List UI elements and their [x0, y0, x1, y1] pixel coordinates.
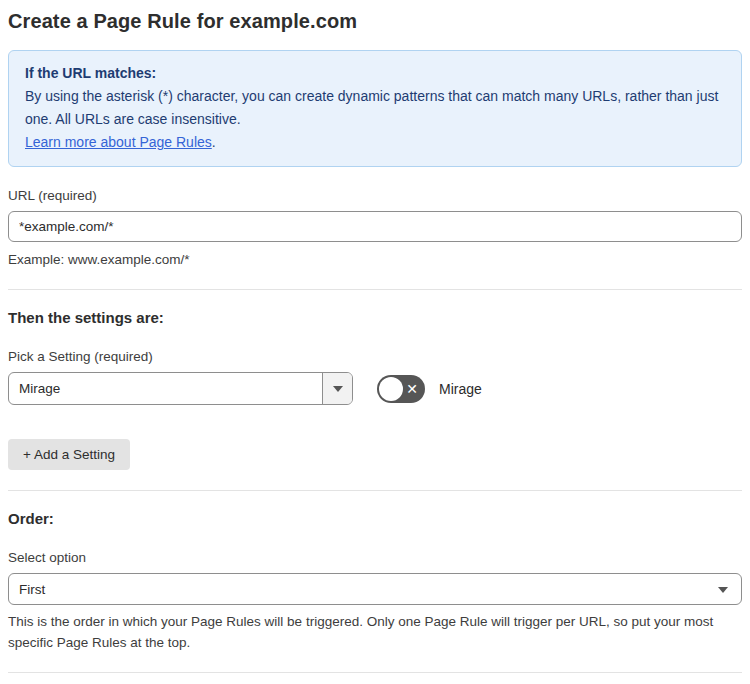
url-match-info-box: If the URL matches: By using the asteris…	[8, 50, 742, 167]
order-section-heading: Order:	[8, 510, 742, 527]
page-title: Create a Page Rule for example.com	[8, 10, 742, 33]
learn-more-link[interactable]: Learn more about Page Rules	[25, 134, 212, 150]
toggle-off-x-icon: ✕	[406, 375, 418, 403]
info-box-heading: If the URL matches:	[25, 62, 725, 85]
mirage-toggle-group: ✕ Mirage	[377, 375, 482, 403]
chevron-down-icon	[333, 386, 343, 392]
link-period: .	[212, 134, 216, 150]
url-field-label: URL (required)	[8, 188, 742, 203]
mirage-toggle[interactable]: ✕	[377, 375, 425, 403]
url-input[interactable]	[8, 211, 742, 242]
setting-row: Mirage ✕ Mirage	[8, 372, 742, 405]
divider	[8, 490, 742, 491]
setting-select-value: Mirage	[9, 373, 322, 404]
order-select-value: First	[19, 582, 45, 597]
divider	[8, 672, 742, 673]
settings-section-heading: Then the settings are:	[8, 309, 742, 326]
pick-setting-label: Pick a Setting (required)	[8, 349, 742, 364]
order-select[interactable]: First	[8, 573, 742, 605]
url-example-helper: Example: www.example.com/*	[8, 249, 742, 270]
order-select-label: Select option	[8, 550, 742, 565]
setting-select[interactable]: Mirage	[8, 372, 353, 405]
info-box-body-text: By using the asterisk (*) character, you…	[25, 88, 718, 127]
info-box-body: By using the asterisk (*) character, you…	[25, 85, 725, 154]
toggle-knob	[379, 377, 403, 401]
chevron-down-icon	[718, 587, 728, 593]
order-helper-text: This is the order in which your Page Rul…	[8, 611, 728, 653]
mirage-toggle-label: Mirage	[439, 381, 482, 397]
setting-select-arrow-button[interactable]	[322, 373, 352, 404]
add-setting-button[interactable]: + Add a Setting	[8, 439, 130, 470]
divider	[8, 289, 742, 290]
page-rule-form: Create a Page Rule for example.com If th…	[0, 0, 750, 684]
